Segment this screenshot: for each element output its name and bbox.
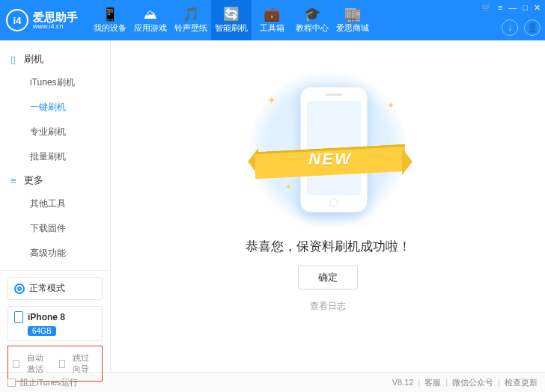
check-update-link[interactable]: 检查更新	[505, 377, 538, 388]
device-box[interactable]: iPhone 8 64GB	[7, 306, 103, 341]
sidebar-item-download-firmware[interactable]: 下载固件	[0, 216, 110, 241]
wechat-link[interactable]: 微信公众号	[452, 377, 493, 388]
app-body: ▯ 刷机 iTunes刷机 一键刷机 专业刷机 批量刷机 ≡ 更多 其他工具 下…	[0, 40, 545, 372]
tab-label: 铃声壁纸	[174, 22, 207, 34]
hero-illustration: ✦ ✦ ✦ NEW	[249, 70, 407, 227]
phone-icon: 📱	[102, 7, 118, 21]
window-controls: 🛒 ≡ — □ ✕	[481, 0, 541, 13]
block-itunes-label: 阻止iTunes运行	[20, 377, 78, 388]
success-headline: 恭喜您，保资料刷机成功啦！	[246, 238, 411, 255]
tab-ringtone-wallpaper[interactable]: 🎵铃声壁纸	[171, 0, 211, 40]
sidebar-item-batch-flash[interactable]: 批量刷机	[0, 144, 110, 169]
mode-box[interactable]: 正常模式	[7, 277, 103, 300]
app-header: i4 爱思助手 www.i4.cn 📱我的设备 ⛰应用游戏 🎵铃声壁纸 🔄智能刷…	[0, 0, 545, 40]
mode-label: 正常模式	[29, 282, 65, 295]
tab-app-games[interactable]: ⛰应用游戏	[130, 0, 171, 40]
user-controls: ↓ 👤	[502, 19, 541, 36]
brand: i4 爱思助手 www.i4.cn	[6, 9, 78, 31]
star-icon: ✦	[387, 100, 395, 111]
phone-outline-icon	[14, 311, 23, 323]
sidebar-item-advanced[interactable]: 高级功能	[0, 241, 110, 266]
sidebar-group-label: 刷机	[24, 52, 43, 66]
music-icon: 🎵	[183, 7, 199, 21]
refresh-icon: 🔄	[223, 7, 240, 21]
graduation-icon: 🎓	[304, 7, 320, 21]
tab-tutorials[interactable]: 🎓教程中心	[292, 0, 332, 40]
list-icon: ≡	[10, 175, 19, 186]
sidebar-item-itunes-flash[interactable]: iTunes刷机	[0, 70, 110, 95]
mode-status-icon	[14, 284, 25, 294]
star-icon: ✦	[285, 183, 291, 191]
device-name: iPhone 8	[28, 312, 65, 322]
header-right: 🛒 ≡ — □ ✕ ↓ 👤	[481, 0, 541, 40]
ribbon-text: NEW	[255, 150, 405, 169]
minimize-button[interactable]: —	[508, 3, 517, 13]
success-hero: ✦ ✦ ✦ NEW 恭喜您，保资料刷机成功啦！ 确定 查看日志	[111, 70, 545, 313]
auto-activate-label: 自动激活	[27, 352, 52, 375]
cart-icon[interactable]: 🛒	[481, 3, 492, 13]
sidebar: ▯ 刷机 iTunes刷机 一键刷机 专业刷机 批量刷机 ≡ 更多 其他工具 下…	[0, 40, 111, 372]
top-tabs: 📱我的设备 ⛰应用游戏 🎵铃声壁纸 🔄智能刷机 💼工具箱 🎓教程中心 🏬爱思商城	[90, 0, 373, 40]
confirm-button[interactable]: 确定	[298, 266, 358, 290]
tab-label: 我的设备	[94, 22, 127, 34]
brand-text: 爱思助手 www.i4.cn	[33, 11, 78, 30]
store-icon: 🏬	[344, 7, 361, 21]
sidebar-item-one-click-flash[interactable]: 一键刷机	[0, 95, 110, 120]
sidebar-group-label: 更多	[24, 174, 43, 187]
storage-badge: 64GB	[28, 326, 56, 336]
star-icon: ✦	[267, 94, 276, 106]
auto-activate-checkbox[interactable]	[13, 360, 19, 368]
sidebar-group-more: ≡ 更多	[0, 169, 110, 192]
tab-label: 工具箱	[260, 22, 284, 34]
tab-label: 智能刷机	[215, 22, 248, 34]
tab-mall[interactable]: 🏬爱思商城	[332, 0, 373, 40]
skip-guide-label: 跳过向导	[73, 352, 97, 375]
main-content: ✦ ✦ ✦ NEW 恭喜您，保资料刷机成功啦！ 确定 查看日志	[111, 40, 545, 372]
sidebar-bottom: 正常模式 iPhone 8 64GB 自动激活 跳过向导	[0, 270, 110, 388]
profile-button[interactable]: 👤	[524, 19, 541, 36]
support-link[interactable]: 客服	[424, 377, 441, 388]
sidebar-item-other-tools[interactable]: 其他工具	[0, 192, 110, 216]
brand-url: www.i4.cn	[33, 22, 78, 30]
skip-guide-checkbox[interactable]	[59, 360, 66, 368]
new-ribbon: NEW	[255, 142, 405, 180]
tab-smart-flash[interactable]: 🔄智能刷机	[211, 0, 252, 40]
brand-name: 爱思助手	[33, 11, 78, 22]
device-icon: ▯	[10, 54, 19, 65]
tab-label: 教程中心	[296, 22, 329, 34]
close-button[interactable]: ✕	[534, 3, 541, 13]
menu-icon[interactable]: ≡	[498, 3, 502, 13]
view-log-link[interactable]: 查看日志	[310, 300, 346, 313]
toolbox-icon: 💼	[264, 7, 280, 21]
tab-toolbox[interactable]: 💼工具箱	[252, 0, 292, 40]
download-button[interactable]: ↓	[502, 19, 518, 36]
tab-my-device[interactable]: 📱我的设备	[90, 0, 130, 40]
tab-label: 应用游戏	[134, 22, 167, 34]
apps-icon: ⛰	[144, 7, 157, 21]
maximize-button[interactable]: □	[523, 3, 528, 13]
sidebar-item-pro-flash[interactable]: 专业刷机	[0, 120, 110, 144]
logo-icon: i4	[6, 9, 28, 31]
version-label: V8.12	[392, 378, 414, 387]
sidebar-group-flash: ▯ 刷机	[0, 48, 110, 70]
tab-label: 爱思商城	[336, 22, 369, 34]
block-itunes-checkbox[interactable]	[7, 379, 16, 387]
